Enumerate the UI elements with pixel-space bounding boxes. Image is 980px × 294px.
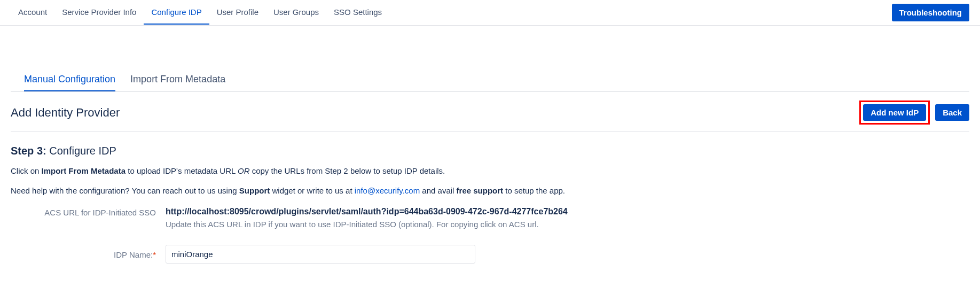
tab-user-profile[interactable]: User Profile [209,1,266,25]
instruction-line-1: Click on Import From Metadata to upload … [11,165,969,176]
highlight-box: Add new IdP [859,100,930,125]
idp-name-label: IDP Name:* [11,249,166,259]
tab-sso-settings[interactable]: SSO Settings [326,1,389,25]
support-email-link[interactable]: info@xecurify.com [355,186,420,195]
main-content: Manual Configuration Import From Metadat… [0,26,980,274]
page-header: Add Identity Provider Add new IdP Back [11,92,969,131]
idp-name-input[interactable] [166,245,475,264]
step-name: Configure IDP [46,145,116,157]
instruction-line-2: Need help with the configuration? You ca… [11,185,969,196]
step-title: Step 3: Configure IDP [11,145,969,157]
troubleshooting-button[interactable]: Troubleshooting [892,4,970,21]
acs-url-label: ACS URL for IDP-Initiated SSO [11,207,166,217]
tab-account[interactable]: Account [11,1,54,25]
tab-service-provider-info[interactable]: Service Provider Info [54,1,144,25]
idp-name-value-container [166,245,969,264]
tab-configure-idp[interactable]: Configure IDP [144,1,209,25]
idp-name-row: IDP Name:* [11,245,969,264]
top-navigation: Account Service Provider Info Configure … [0,0,980,26]
required-indicator: * [153,250,156,259]
acs-url-value-container: http://localhost:8095/crowd/plugins/serv… [166,207,969,229]
tab-user-groups[interactable]: User Groups [266,1,326,25]
acs-url-note: Update this ACS URL in IDP if you want t… [166,220,969,229]
subtab-import-from-metadata[interactable]: Import From Metadata [130,68,225,91]
subtab-manual-configuration[interactable]: Manual Configuration [24,68,115,91]
step-section: Step 3: Configure IDP Click on Import Fr… [11,145,969,264]
acs-url-row: ACS URL for IDP-Initiated SSO http://loc… [11,207,969,229]
acs-url-value[interactable]: http://localhost:8095/crowd/plugins/serv… [166,207,969,216]
add-new-idp-button[interactable]: Add new IdP [863,104,926,121]
page-title: Add Identity Provider [11,106,120,120]
back-button[interactable]: Back [935,104,969,121]
top-nav-tabs: Account Service Provider Info Configure … [11,1,892,25]
step-number: Step 3: [11,145,46,157]
sub-tabs: Manual Configuration Import From Metadat… [11,68,969,92]
header-buttons: Add new IdP Back [859,100,969,125]
